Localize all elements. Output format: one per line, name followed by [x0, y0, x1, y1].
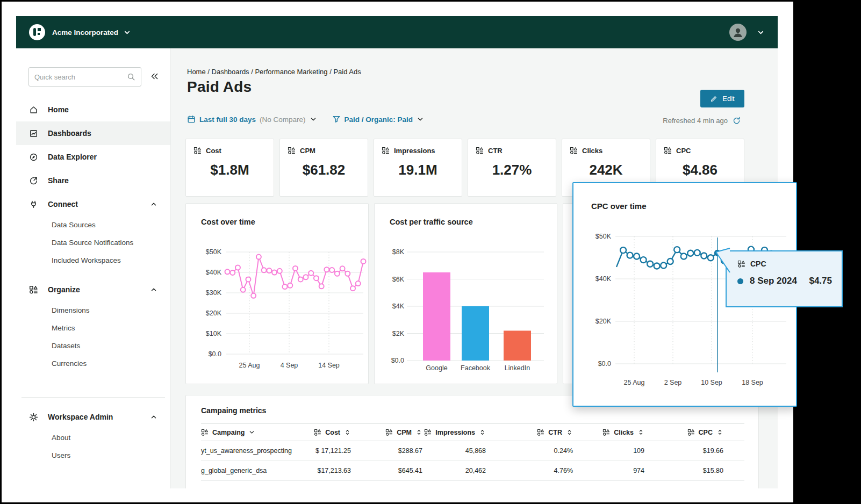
svg-text:25 Aug: 25 Aug — [239, 362, 260, 369]
kpi-value: 19.1M — [374, 162, 462, 178]
chevron-down-icon — [123, 28, 131, 37]
org-switcher-label[interactable]: Acme Incorporated — [52, 28, 118, 37]
campaign-metrics-card: Campaing metrics CampaingCostCPMImpressi… — [185, 395, 759, 488]
sidebar-subitem-data-source-notifications[interactable]: Data Source Notifications — [16, 234, 170, 251]
campaign-metrics-table: CampaingCostCPMImpressionsCTRClicksCPC y… — [201, 423, 744, 481]
sidebar-item-connect[interactable]: Connect — [16, 192, 170, 216]
sidebar-item-home[interactable]: Home — [16, 98, 170, 121]
column-header-cpc[interactable]: CPC — [644, 424, 744, 441]
search-icon — [127, 73, 135, 81]
refresh-icon[interactable] — [733, 117, 741, 125]
sidebar-subitem-included-workspaces[interactable]: Included Workspaces — [16, 251, 170, 269]
sidebar-subitem-datasets[interactable]: Datasets — [16, 337, 170, 355]
chevron-up-icon[interactable] — [150, 200, 157, 208]
svg-text:Google: Google — [426, 364, 447, 372]
pencil-icon — [710, 95, 718, 103]
sidebar-subitem-metrics[interactable]: Metrics — [16, 319, 170, 337]
metric-icon — [664, 147, 672, 155]
svg-text:$20K: $20K — [595, 318, 612, 325]
column-header-cost[interactable]: Cost — [298, 424, 351, 441]
sort-icon — [344, 429, 351, 436]
org-switcher[interactable] — [123, 28, 131, 37]
kpi-card-ctr: CTR 1.27% — [468, 139, 556, 197]
svg-text:10 Sep: 10 Sep — [701, 379, 722, 386]
table-cell: $17,213.63 — [298, 461, 351, 481]
sidebar-divider — [21, 397, 165, 398]
funnel-logo-icon — [29, 24, 45, 40]
kpi-label: Impressions — [382, 147, 462, 155]
spacer — [16, 372, 170, 381]
sidebar-subitem-users[interactable]: Users — [16, 447, 170, 464]
table-cell: yt_us_awareness_prospecting — [201, 441, 298, 461]
sort-icon — [479, 429, 486, 436]
svg-text:$0.0: $0.0 — [209, 350, 221, 358]
date-range-label: Last full 30 days — [199, 116, 256, 124]
sort-icon — [716, 429, 723, 436]
sidebar-item-label: Dashboards — [48, 129, 91, 138]
column-header-impressions[interactable]: Impressions — [422, 424, 486, 441]
search-input[interactable] — [34, 73, 127, 81]
cost-per-source-chart[interactable]: $8K$6K$4K$2K$0.0GoogleFacebookLinkedIn — [375, 204, 558, 385]
metric-icon — [424, 429, 432, 436]
svg-text:25 Aug: 25 Aug — [624, 379, 645, 386]
column-header-cpm[interactable]: CPM — [351, 424, 422, 441]
sidebar-subitem-currencies[interactable]: Currencies — [16, 355, 170, 372]
collapse-sidebar-icon — [149, 71, 159, 81]
screen: { "topbar": { "org_name": "Acme Incorpor… — [0, 0, 861, 504]
segment-filter[interactable]: Paid / Organic: Paid — [332, 115, 425, 124]
table-title: Campaing metrics — [201, 406, 266, 415]
sidebar-subitem-data-sources[interactable]: Data Sources — [16, 216, 170, 234]
metric-icon — [570, 147, 578, 155]
sidebar-item-organize[interactable]: Organize — [16, 278, 170, 301]
metric-icon — [537, 429, 544, 436]
plug-icon — [29, 200, 38, 209]
metric-icon — [314, 429, 321, 436]
kpi-value: 242K — [562, 162, 650, 178]
sidebar-item-label: Home — [48, 105, 69, 114]
sidebar-collapse-button[interactable] — [149, 71, 159, 83]
breadcrumb[interactable]: Home / Dashboards / Performance Marketin… — [187, 68, 361, 76]
svg-text:$0.0: $0.0 — [598, 360, 611, 368]
svg-text:Facebook: Facebook — [461, 364, 491, 372]
sidebar-subitem-dimensions[interactable]: Dimensions — [16, 301, 170, 319]
sidebar-item-label: Data Explorer — [48, 153, 97, 161]
user-menu-button[interactable] — [757, 28, 765, 37]
cost-over-time-card: $50K$40K$30K$20K$10K$0.025 Aug4 Sep14 Se… — [185, 203, 369, 384]
filter-icon — [332, 115, 341, 124]
sidebar: HomeDashboardsData ExplorerShareConnectD… — [16, 48, 171, 488]
sidebar-item-dashboards[interactable]: Dashboards — [16, 121, 170, 145]
sidebar-item-workspace-admin[interactable]: Workspace Admin — [16, 405, 170, 429]
column-header-clicks[interactable]: Clicks — [573, 424, 644, 441]
table-row: g_global_generic_dsa$17,213.63$645.4120,… — [201, 461, 744, 481]
refresh-icon — [733, 117, 741, 125]
home-icon — [29, 105, 38, 114]
metric-icon — [201, 429, 209, 436]
compare-label: (No Compare) — [260, 116, 306, 124]
chevron-down-icon — [310, 116, 317, 123]
table-cell: 20,462 — [422, 461, 486, 481]
sidebar-subitem-about[interactable]: About — [16, 429, 170, 447]
sidebar-item-data-explorer[interactable]: Data Explorer — [16, 145, 170, 169]
sidebar-item-share[interactable]: Share — [16, 169, 170, 192]
chevron-down-icon — [417, 116, 424, 123]
table-cell: $ 17,121.25 — [298, 441, 351, 461]
calendar-icon — [187, 115, 196, 124]
chevron-up-icon[interactable] — [150, 413, 157, 421]
edit-button[interactable]: Edit — [700, 90, 744, 107]
page-title: Paid Ads — [187, 78, 252, 96]
chevron-up-icon[interactable] — [150, 286, 157, 293]
avatar[interactable] — [729, 24, 747, 41]
sort-icon — [637, 429, 644, 436]
topbar: Acme Incorporated — [16, 16, 778, 48]
kpi-label: CTR — [476, 147, 556, 155]
cost-over-time-chart[interactable]: $50K$40K$30K$20K$10K$0.025 Aug4 Sep14 Se… — [186, 204, 369, 385]
dashboards-icon — [29, 129, 38, 138]
date-range-filter[interactable]: Last full 30 days (No Compare) — [187, 115, 317, 124]
metric-icon — [193, 147, 202, 155]
tooltip-value: $4.75 — [809, 276, 832, 286]
column-header-campaing[interactable]: Campaing — [201, 424, 298, 441]
column-header-ctr[interactable]: CTR — [486, 424, 573, 441]
metric-icon — [687, 429, 695, 436]
kpi-value: $1.8M — [186, 162, 274, 178]
table-cell: $288.67 — [351, 441, 422, 461]
